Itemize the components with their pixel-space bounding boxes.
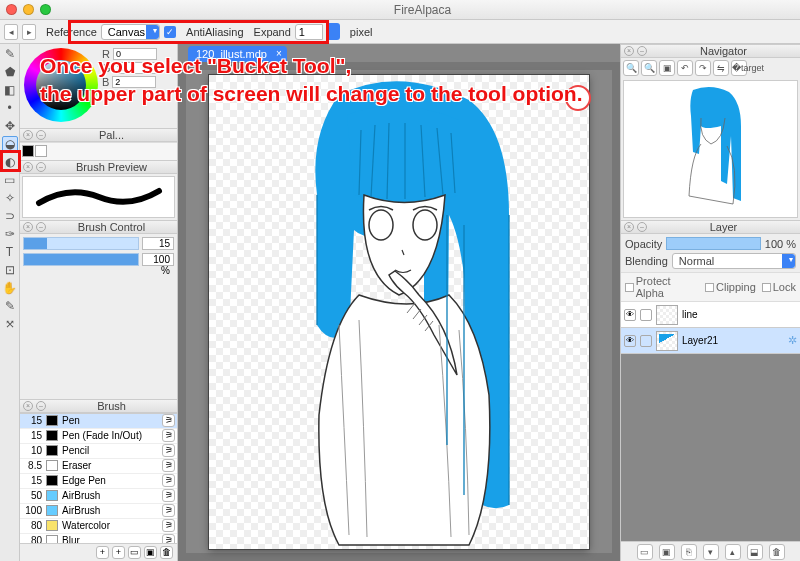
brush-row[interactable]: 10Pencil⚞ [20,444,177,459]
palette-chip[interactable] [35,145,47,157]
move-tool-icon[interactable]: ✥ [2,118,18,134]
eraser-tool-icon[interactable]: ◧ [2,82,18,98]
color-wheel[interactable] [24,48,98,122]
tool-icon[interactable]: ⬟ [2,64,18,80]
layer-down-button[interactable]: ▾ [703,544,719,560]
blending-select[interactable]: Normal [672,253,796,269]
minimize-window-button[interactable] [23,4,34,15]
brush-list[interactable]: 15Pen⚞15Pen (Fade In/Out)⚞10Pencil⚞8.5Er… [20,413,177,544]
opacity-value[interactable]: 100 % [142,253,174,266]
visibility-icon[interactable]: 👁 [624,335,636,347]
history-back-button[interactable]: ◂ [4,24,18,40]
brush-settings-icon[interactable]: ⚞ [162,429,175,442]
document-tab[interactable]: 120_illust.mdp [188,46,287,62]
brush-row[interactable]: 15Pen (Fade In/Out)⚞ [20,429,177,444]
canvas-viewport[interactable] [186,70,612,553]
protect-alpha-checkbox[interactable]: Protect Alpha [625,275,699,299]
close-icon[interactable]: × [624,46,634,56]
navigator-thumbnail[interactable] [623,80,798,218]
collapse-icon[interactable]: – [36,162,46,172]
merge-button[interactable]: ⬓ [747,544,763,560]
tool-icon[interactable]: ⤧ [2,316,18,332]
rotate-left-icon[interactable]: ↶ [677,60,693,76]
size-value[interactable]: 15 [142,237,174,250]
brush-row[interactable]: 15Pen⚞ [20,414,177,429]
select-tool-icon[interactable]: ▭ [2,172,18,188]
layer-list[interactable]: 👁line👁Layer21✲ [621,302,800,541]
brush-settings-icon[interactable]: ⚞ [162,414,175,427]
brush-folder-button[interactable]: ▣ [144,546,157,559]
brush-tool-icon[interactable]: ✎ [2,46,18,62]
bucket-tool-icon[interactable]: ◒ [2,136,18,152]
expand-input[interactable] [295,24,323,40]
brush-settings-icon[interactable]: ⚞ [162,474,175,487]
pen-tool-icon[interactable]: ✑ [2,226,18,242]
text-tool-icon[interactable]: T [2,244,18,260]
brush-row[interactable]: 15Edge Pen⚞ [20,474,177,489]
canvas-page[interactable] [209,75,589,549]
fit-icon[interactable]: ▣ [659,60,675,76]
close-icon[interactable]: × [23,222,33,232]
palette-chip[interactable] [22,145,34,157]
dup-brush-button[interactable]: ▭ [128,546,141,559]
size-slider[interactable] [23,237,139,250]
visibility-icon[interactable]: 👁 [624,309,636,321]
reset-icon[interactable]: �target [731,60,747,76]
brush-row[interactable]: 8.5Eraser⚞ [20,459,177,474]
brush-settings-icon[interactable]: ⚞ [162,504,175,517]
tool-icon[interactable]: • [2,100,18,116]
brush-settings-icon[interactable]: ⚞ [162,519,175,532]
add-brush-button[interactable]: + [112,546,125,559]
dup-layer-button[interactable]: ⎘ [681,544,697,560]
delete-layer-button[interactable]: 🗑 [769,544,785,560]
antialias-checkbox[interactable]: ✓ [164,26,176,38]
opacity-slider[interactable] [23,253,139,266]
add-brush-button[interactable]: + [96,546,109,559]
brush-settings-icon[interactable]: ⚞ [162,444,175,457]
close-icon[interactable]: × [23,401,33,411]
collapse-icon[interactable]: – [637,222,647,232]
eyedropper-tool-icon[interactable]: ✎ [2,298,18,314]
gear-icon[interactable]: ✲ [788,334,797,347]
close-window-button[interactable] [6,4,17,15]
close-icon[interactable]: × [23,162,33,172]
zoom-window-button[interactable] [40,4,51,15]
brush-settings-icon[interactable]: ⚞ [162,534,175,543]
g-input[interactable] [114,62,158,74]
close-icon[interactable]: × [624,222,634,232]
close-icon[interactable]: × [23,130,33,140]
zoom-out-icon[interactable]: 🔍 [641,60,657,76]
brush-row[interactable]: 80Blur⚞ [20,534,177,544]
rotate-right-icon[interactable]: ↷ [695,60,711,76]
b-input[interactable] [112,76,156,88]
new-folder-button[interactable]: ▣ [659,544,675,560]
hand-tool-icon[interactable]: ✋ [2,280,18,296]
layer-up-button[interactable]: ▴ [725,544,741,560]
brush-row[interactable]: 100AirBrush⚞ [20,504,177,519]
collapse-icon[interactable]: – [36,222,46,232]
lasso-tool-icon[interactable]: ⊃ [2,208,18,224]
delete-brush-button[interactable]: 🗑 [160,546,173,559]
lock-checkbox[interactable]: Lock [762,275,796,299]
collapse-icon[interactable]: – [637,46,647,56]
brush-settings-icon[interactable]: ⚞ [162,459,175,472]
reference-select[interactable]: Canvas [101,24,160,40]
r-input[interactable] [113,48,157,60]
clipping-checkbox[interactable]: Clipping [705,275,756,299]
layer-row[interactable]: 👁line [621,302,800,328]
collapse-icon[interactable]: – [36,130,46,140]
new-layer-button[interactable]: ▭ [637,544,653,560]
brush-row[interactable]: 80Watercolor⚞ [20,519,177,534]
history-forward-button[interactable]: ▸ [22,24,36,40]
tool-icon[interactable]: ⊡ [2,262,18,278]
layer-row[interactable]: 👁Layer21✲ [621,328,800,354]
brush-row[interactable]: 50AirBrush⚞ [20,489,177,504]
gradient-tool-icon[interactable]: ◐ [2,154,18,170]
collapse-icon[interactable]: – [36,401,46,411]
layer-opacity-slider[interactable] [666,237,761,250]
zoom-in-icon[interactable]: 🔍 [623,60,639,76]
brush-settings-icon[interactable]: ⚞ [162,489,175,502]
flip-icon[interactable]: ⇋ [713,60,729,76]
expand-stepper[interactable] [327,23,340,40]
wand-tool-icon[interactable]: ✧ [2,190,18,206]
